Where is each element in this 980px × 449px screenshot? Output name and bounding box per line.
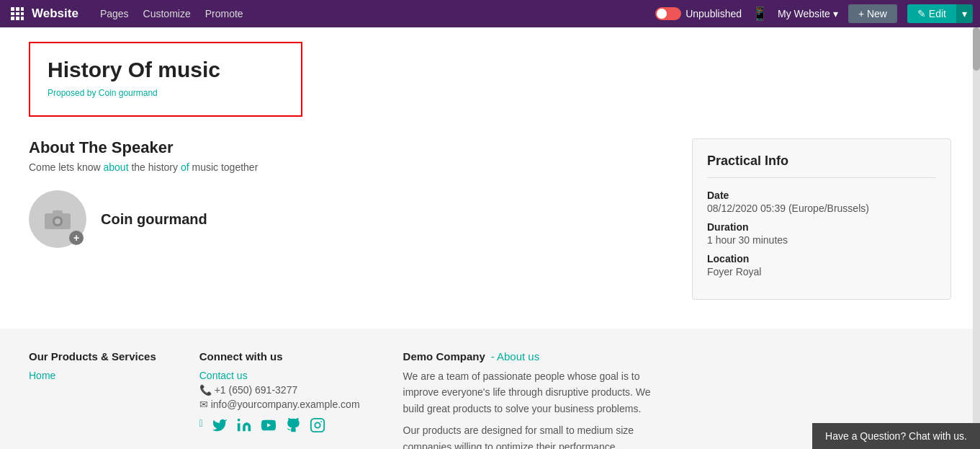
chat-widget[interactable]: Have a Question? Chat with us. (812, 423, 980, 449)
brand-name: Website (32, 6, 78, 21)
svg-rect-2 (21, 7, 24, 11)
location-label: Location (707, 253, 936, 264)
footer-products-col: Our Products & Services Home (29, 350, 156, 449)
svg-rect-4 (16, 12, 19, 15)
chevron-down-icon: ▾ (833, 8, 838, 19)
svg-point-11 (55, 218, 60, 224)
footer-email: ✉ info@yourcompany.example.com (199, 399, 360, 410)
duration-value: 1 hour 30 minutes (707, 234, 936, 246)
publish-toggle-group: Unpublished (655, 7, 742, 20)
unpublished-label: Unpublished (685, 8, 742, 19)
location-value: Foyer Royal (707, 266, 936, 277)
linkedin-icon[interactable] (236, 417, 252, 433)
hero-box: History Of music Proposed by Coin gourma… (29, 42, 302, 117)
speaker-avatar: + (29, 190, 86, 248)
nav-promote[interactable]: Promote (205, 8, 243, 19)
svg-rect-15 (311, 419, 324, 432)
email-icon: ✉ (199, 399, 208, 410)
speaker-section: About The Speaker Come lets know about t… (29, 138, 663, 173)
footer-connect-title: Connect with us (199, 350, 360, 363)
highlight-about: about (103, 161, 128, 173)
hero-title: History Of music (48, 58, 284, 82)
top-navigation: Website Pages Customize Promote Unpublis… (0, 0, 980, 27)
scrollbar-thumb[interactable] (973, 27, 980, 71)
footer-connect-col: Connect with us Contact us 📞 +1 (650) 69… (199, 350, 360, 449)
mobile-view-icon[interactable]: 📱 (752, 6, 768, 22)
my-website-dropdown[interactable]: My Website ▾ (778, 8, 838, 19)
footer-company-col: Demo Company - About us We are a team of… (403, 350, 662, 449)
phone-icon: 📞 (199, 384, 212, 396)
footer-products-title: Our Products & Services (29, 350, 156, 363)
company-text-1: We are a team of passionate people whose… (403, 368, 662, 417)
duration-label: Duration (707, 221, 936, 233)
svg-point-17 (320, 421, 322, 422)
speaker-section-title: About The Speaker (29, 138, 663, 157)
speaker-profile: + Coin gourmand (29, 190, 663, 248)
svg-rect-8 (21, 17, 24, 20)
content-left: About The Speaker Come lets know about t… (29, 138, 663, 300)
date-label: Date (707, 190, 936, 201)
svg-rect-6 (11, 17, 14, 20)
social-icons-group:  (199, 417, 360, 433)
svg-rect-5 (21, 12, 24, 15)
company-name: Demo Company (403, 350, 485, 363)
company-text-2: Our products are designed for small to m… (403, 422, 662, 449)
footer-phone: 📞 +1 (650) 691-3277 (199, 384, 360, 396)
instagram-icon[interactable] (310, 417, 325, 433)
publish-toggle-switch[interactable] (655, 7, 681, 20)
youtube-icon[interactable] (261, 417, 277, 433)
speaker-description: Come lets know about the history of musi… (29, 161, 663, 173)
main-content: History Of music Proposed by Coin gourma… (0, 27, 980, 314)
footer-contact-link[interactable]: Contact us (199, 370, 360, 381)
scrollbar-track[interactable] (973, 27, 980, 449)
nav-pages[interactable]: Pages (100, 8, 129, 19)
edit-dropdown-button[interactable]: ▾ (956, 4, 973, 23)
svg-rect-3 (11, 12, 14, 15)
footer-home-link[interactable]: Home (29, 370, 156, 381)
edit-button[interactable]: ✎ Edit (907, 4, 956, 23)
toggle-knob (657, 9, 667, 19)
github-icon[interactable] (285, 417, 301, 433)
twitter-icon[interactable] (212, 417, 228, 433)
svg-point-13 (238, 419, 240, 422)
practical-info-panel: Practical Info Date 08/12/2020 05:39 (Eu… (692, 138, 951, 300)
highlight-of: of (181, 161, 189, 173)
content-layout: About The Speaker Come lets know about t… (29, 138, 951, 300)
new-button[interactable]: + New (848, 4, 897, 23)
location-row: Location Foyer Royal (707, 253, 936, 277)
practical-info-title: Practical Info (707, 154, 936, 178)
date-row: Date 08/12/2020 05:39 (Europe/Brussels) (707, 190, 936, 214)
grid-menu-icon[interactable] (7, 4, 27, 24)
speaker-name: Coin gourmand (101, 211, 207, 228)
edit-button-group: ✎ Edit ▾ (907, 4, 973, 23)
svg-rect-0 (11, 7, 14, 11)
date-value: 08/12/2020 05:39 (Europe/Brussels) (707, 203, 936, 214)
svg-rect-12 (53, 210, 63, 215)
company-about-link[interactable]: - About us (491, 350, 540, 363)
nav-customize[interactable]: Customize (143, 8, 191, 19)
duration-row: Duration 1 hour 30 minutes (707, 221, 936, 246)
svg-rect-7 (16, 17, 19, 20)
svg-point-16 (315, 422, 320, 427)
facebook-icon[interactable]:  (199, 417, 203, 430)
svg-rect-1 (16, 7, 19, 11)
avatar-add-icon[interactable]: + (69, 231, 84, 245)
hero-subtitle: Proposed by Coin gourmand (48, 88, 284, 98)
